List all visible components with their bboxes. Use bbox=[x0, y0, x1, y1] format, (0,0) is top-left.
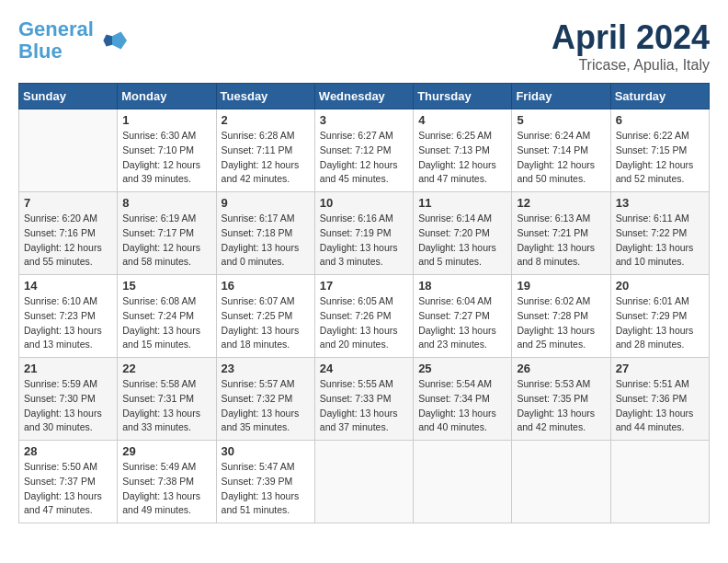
day-number: 28 bbox=[24, 444, 112, 458]
day-info-line: Sunrise: 6:11 AM bbox=[616, 213, 689, 224]
day-info-line: and 52 minutes. bbox=[616, 173, 685, 184]
day-info-line: Daylight: 12 hours bbox=[222, 159, 300, 170]
day-number: 24 bbox=[320, 362, 408, 375]
day-info-line: Sunset: 7:17 PM bbox=[122, 227, 194, 238]
day-info-line: and 0 minutes. bbox=[222, 256, 285, 267]
day-info-line: Sunset: 7:19 PM bbox=[320, 227, 392, 238]
day-info-line: Daylight: 12 hours bbox=[24, 242, 102, 253]
day-info: Sunrise: 6:20 AMSunset: 7:16 PMDaylight:… bbox=[24, 212, 112, 270]
day-info-line: Sunset: 7:25 PM bbox=[222, 310, 293, 321]
day-info: Sunrise: 5:50 AMSunset: 7:37 PMDaylight:… bbox=[24, 460, 112, 518]
day-info-line: and 3 minutes. bbox=[320, 256, 383, 267]
day-info-line: Sunrise: 5:58 AM bbox=[122, 378, 196, 389]
day-info-line: and 58 minutes. bbox=[122, 256, 191, 267]
day-info-line: Sunrise: 6:30 AM bbox=[122, 130, 196, 141]
logo-text: GeneralBlue bbox=[18, 18, 94, 63]
calendar-week-3: 14Sunrise: 6:10 AMSunset: 7:23 PMDayligh… bbox=[19, 275, 710, 358]
day-info-line: Daylight: 12 hours bbox=[122, 159, 200, 170]
day-number: 14 bbox=[24, 279, 112, 293]
day-info-line: Daylight: 13 hours bbox=[320, 242, 398, 253]
day-number: 10 bbox=[320, 196, 408, 210]
day-info-line: Sunset: 7:32 PM bbox=[222, 393, 293, 404]
day-number: 19 bbox=[517, 279, 605, 293]
day-info-line: and 13 minutes. bbox=[24, 339, 93, 350]
day-info-line: Daylight: 12 hours bbox=[122, 242, 200, 253]
calendar-cell bbox=[314, 441, 413, 523]
day-info-line: Sunset: 7:26 PM bbox=[320, 310, 392, 321]
day-info-line: Daylight: 13 hours bbox=[616, 408, 694, 419]
day-info-line: Sunset: 7:14 PM bbox=[517, 144, 588, 155]
day-number: 16 bbox=[222, 279, 310, 293]
day-info-line: Sunset: 7:34 PM bbox=[418, 393, 490, 404]
day-info-line: Daylight: 13 hours bbox=[24, 325, 102, 336]
calendar-week-2: 7Sunrise: 6:20 AMSunset: 7:16 PMDaylight… bbox=[19, 192, 710, 275]
day-info-line: Daylight: 13 hours bbox=[222, 242, 300, 253]
svg-marker-0 bbox=[112, 32, 127, 50]
day-info-line: and 30 minutes. bbox=[24, 421, 93, 432]
calendar-cell: 24Sunrise: 5:55 AMSunset: 7:33 PMDayligh… bbox=[314, 358, 413, 441]
calendar-cell: 1Sunrise: 6:30 AMSunset: 7:10 PMDaylight… bbox=[118, 109, 216, 192]
day-info: Sunrise: 5:59 AMSunset: 7:30 PMDaylight:… bbox=[24, 377, 112, 435]
day-info: Sunrise: 6:11 AMSunset: 7:22 PMDaylight:… bbox=[616, 212, 704, 270]
day-info-line: Sunset: 7:33 PM bbox=[320, 393, 392, 404]
day-info-line: Sunset: 7:37 PM bbox=[24, 476, 96, 487]
day-info-line: and 37 minutes. bbox=[320, 421, 389, 432]
day-info-line: Sunrise: 6:13 AM bbox=[517, 213, 590, 224]
day-info: Sunrise: 6:02 AMSunset: 7:28 PMDaylight:… bbox=[517, 294, 605, 352]
calendar-cell: 4Sunrise: 6:25 AMSunset: 7:13 PMDaylight… bbox=[414, 109, 512, 192]
day-info-line: Daylight: 13 hours bbox=[418, 242, 496, 253]
day-info-line: Sunrise: 5:50 AM bbox=[24, 461, 97, 472]
day-info-line: Daylight: 13 hours bbox=[222, 408, 300, 419]
day-info-line: Daylight: 13 hours bbox=[222, 325, 300, 336]
day-number: 5 bbox=[517, 113, 605, 127]
calendar-cell: 27Sunrise: 5:51 AMSunset: 7:36 PMDayligh… bbox=[610, 358, 709, 441]
day-info-line: and 20 minutes. bbox=[320, 339, 389, 350]
day-info-line: and 5 minutes. bbox=[418, 256, 482, 267]
day-info-line: Sunset: 7:11 PM bbox=[222, 144, 293, 155]
day-info-line: Daylight: 13 hours bbox=[320, 325, 398, 336]
day-info-line: Daylight: 13 hours bbox=[24, 408, 102, 419]
day-info: Sunrise: 6:04 AMSunset: 7:27 PMDaylight:… bbox=[418, 294, 506, 352]
calendar-cell: 3Sunrise: 6:27 AMSunset: 7:12 PMDaylight… bbox=[314, 109, 413, 192]
day-info: Sunrise: 6:07 AMSunset: 7:25 PMDaylight:… bbox=[222, 294, 310, 352]
day-info-line: Sunset: 7:36 PM bbox=[616, 393, 688, 404]
calendar-cell: 8Sunrise: 6:19 AMSunset: 7:17 PMDaylight… bbox=[118, 192, 216, 275]
day-info: Sunrise: 5:51 AMSunset: 7:36 PMDaylight:… bbox=[616, 377, 704, 435]
day-info-line: Sunset: 7:28 PM bbox=[517, 310, 588, 321]
calendar-cell bbox=[610, 441, 709, 523]
day-info-line: Sunrise: 6:25 AM bbox=[418, 130, 492, 141]
calendar-cell: 12Sunrise: 6:13 AMSunset: 7:21 PMDayligh… bbox=[512, 192, 610, 275]
calendar-cell: 11Sunrise: 6:14 AMSunset: 7:20 PMDayligh… bbox=[414, 192, 512, 275]
day-info: Sunrise: 5:55 AMSunset: 7:33 PMDaylight:… bbox=[320, 377, 408, 435]
day-info-line: Daylight: 13 hours bbox=[616, 242, 694, 253]
calendar-table: Sunday Monday Tuesday Wednesday Thursday… bbox=[18, 83, 710, 523]
day-number: 23 bbox=[222, 362, 310, 375]
day-info-line: Sunrise: 6:08 AM bbox=[122, 295, 196, 306]
day-info-line: Sunrise: 5:55 AM bbox=[320, 378, 393, 389]
day-info: Sunrise: 5:54 AMSunset: 7:34 PMDaylight:… bbox=[418, 377, 506, 435]
day-info-line: Daylight: 13 hours bbox=[517, 408, 595, 419]
day-number: 25 bbox=[418, 362, 506, 375]
day-info-line: Daylight: 13 hours bbox=[24, 490, 102, 501]
day-info-line: Sunrise: 5:49 AM bbox=[122, 461, 196, 472]
day-info-line: Daylight: 12 hours bbox=[320, 159, 398, 170]
day-info-line: and 33 minutes. bbox=[122, 421, 191, 432]
day-number: 13 bbox=[616, 196, 704, 210]
day-info-line: and 45 minutes. bbox=[320, 173, 389, 184]
day-info: Sunrise: 5:53 AMSunset: 7:35 PMDaylight:… bbox=[517, 377, 605, 435]
day-number: 21 bbox=[24, 362, 112, 375]
calendar-week-5: 28Sunrise: 5:50 AMSunset: 7:37 PMDayligh… bbox=[19, 441, 710, 523]
day-info-line: and 10 minutes. bbox=[616, 256, 685, 267]
month-title: April 2024 bbox=[552, 18, 710, 57]
day-info: Sunrise: 6:13 AMSunset: 7:21 PMDaylight:… bbox=[517, 212, 605, 270]
day-info-line: and 35 minutes. bbox=[222, 421, 290, 432]
day-info: Sunrise: 5:49 AMSunset: 7:38 PMDaylight:… bbox=[122, 460, 210, 518]
title-area: April 2024 Tricase, Apulia, Italy bbox=[552, 18, 710, 74]
day-info-line: Sunrise: 6:02 AM bbox=[517, 295, 590, 306]
day-info-line: Sunrise: 6:22 AM bbox=[616, 130, 689, 141]
calendar-cell: 29Sunrise: 5:49 AMSunset: 7:38 PMDayligh… bbox=[118, 441, 216, 523]
day-info: Sunrise: 6:10 AMSunset: 7:23 PMDaylight:… bbox=[24, 294, 112, 352]
day-info-line: Sunset: 7:18 PM bbox=[222, 227, 293, 238]
logo-icon bbox=[97, 26, 127, 55]
col-wednesday: Wednesday bbox=[314, 84, 413, 109]
